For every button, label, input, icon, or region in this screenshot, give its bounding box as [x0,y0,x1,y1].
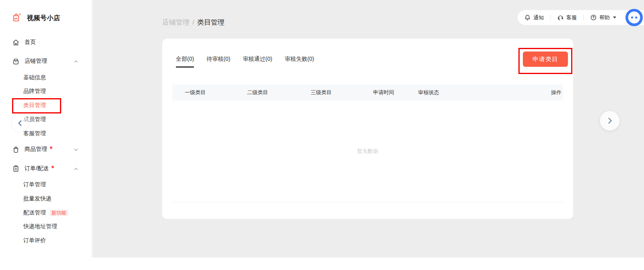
sidebar-item-shop-management[interactable]: 店铺管理 [0,54,92,68]
tab-review-failed[interactable]: 审核失败(0) [285,56,314,68]
sidebar-item-order-management[interactable]: 订单管理 [0,178,92,192]
caret-down-icon [613,16,616,19]
chevron-up-icon [74,166,78,171]
bell-icon [524,14,531,21]
sidebar-item-product-management[interactable]: 商品管理 [0,142,92,156]
help-button[interactable]: 帮助 [590,14,616,21]
collapse-left-button[interactable] [11,114,29,132]
chevron-down-icon [74,147,78,152]
sidebar-item-label: 店铺管理 [25,58,47,65]
sidebar-item-home[interactable]: 首页 [0,35,92,49]
column-header-level3: 三级类目 [311,89,373,96]
tab-pending-review[interactable]: 待审核(0) [206,56,230,68]
column-header-level2: 二级类目 [247,89,311,96]
sidebar-item-batch-shipping[interactable]: 批量发快递 [0,192,92,206]
shop-logo-icon [11,12,22,25]
status-tabs: 全部(0) 待审核(0) 审核通过(0) 审核失败(0) [176,56,314,68]
sidebar-item-label: 品牌管理 [23,88,46,95]
shopping-bag-icon [12,146,20,153]
sidebar-item-basic-info[interactable]: 基础信息 [0,71,92,85]
sidebar-item-brand-management[interactable]: 品牌管理 [0,85,92,98]
sidebar-item-label: 订单/配送 [25,165,49,172]
sidebar-item-orders-delivery[interactable]: 订单/配送 [0,162,92,175]
notification-dot [52,166,54,168]
page: 视频号小店 首页 店铺管理 基础信息 [0,0,644,270]
category-management-card: 全部(0) 待审核(0) 审核通过(0) 审核失败(0) 申请类目 一级类目 二… [162,39,573,219]
sidebar-item-label: 首页 [25,39,36,46]
page-title: 类目管理 [197,19,225,26]
question-circle-icon [590,14,597,21]
headset-icon [557,14,564,21]
app-title: 视频号小店 [27,14,60,23]
support-button[interactable]: 客服 [557,14,577,21]
help-label: 帮助 [599,14,610,21]
expand-right-button[interactable] [600,111,620,131]
clipboard-icon [12,165,20,173]
chevron-up-icon [74,59,78,64]
sidebar-item-order-reviews[interactable]: 订单评价 [0,234,92,247]
categories-table: 一级类目 二级类目 三级类目 申请时间 审核状态 操作 暂无数据 [172,85,563,202]
sidebar-item-category-management[interactable]: 类目管理 [0,99,92,112]
logo: 视频号小店 [11,12,60,25]
sidebar-item-express-address-management[interactable]: 快递地址管理 [0,220,92,233]
chat-assistant-icon[interactable] [625,8,644,27]
notification-dot [50,146,52,149]
sidebar-item-delivery-management[interactable]: 配送管理 新功能 [0,206,92,220]
column-header-review-status: 审核状态 [418,89,537,96]
breadcrumb-separator: / [192,19,194,26]
empty-state-text: 暂无数据 [357,148,378,155]
sidebar-item-label: 订单评价 [23,237,46,244]
table-empty-state: 暂无数据 [172,101,563,202]
sidebar-item-label: 订单管理 [23,181,46,188]
breadcrumb: 店铺管理/类目管理 [162,18,225,27]
support-label: 客服 [566,14,577,21]
sidebar-item-label: 基础信息 [23,74,46,81]
notifications-button[interactable]: 通知 [524,14,544,21]
app-window: 视频号小店 首页 店铺管理 基础信息 [0,0,644,258]
table-header: 一级类目 二级类目 三级类目 申请时间 审核状态 操作 [172,85,563,101]
tab-review-approved[interactable]: 审核通过(0) [243,56,272,68]
tab-all[interactable]: 全部(0) [176,56,194,68]
new-feature-badge: 新功能 [50,210,68,216]
sidebar-item-label: 配送管理 [23,209,46,216]
divider [550,14,551,21]
sidebar-item-label: 类目管理 [23,102,46,109]
column-header-level1: 一级类目 [185,89,247,96]
sidebar-item-label: 商品管理 [25,146,47,153]
apply-category-button[interactable]: 申请类目 [523,52,568,67]
notifications-label: 通知 [533,14,544,21]
breadcrumb-parent[interactable]: 店铺管理 [162,19,190,26]
store-icon [12,58,20,65]
sidebar-item-label: 客服管理 [23,130,46,137]
column-header-apply-time: 申请时间 [373,89,418,96]
sidebar-item-label: 快递地址管理 [23,223,57,230]
divider [583,14,584,21]
sidebar-item-label: 批量发快递 [23,195,52,202]
column-header-actions: 操作 [537,89,561,96]
home-icon [12,39,20,46]
